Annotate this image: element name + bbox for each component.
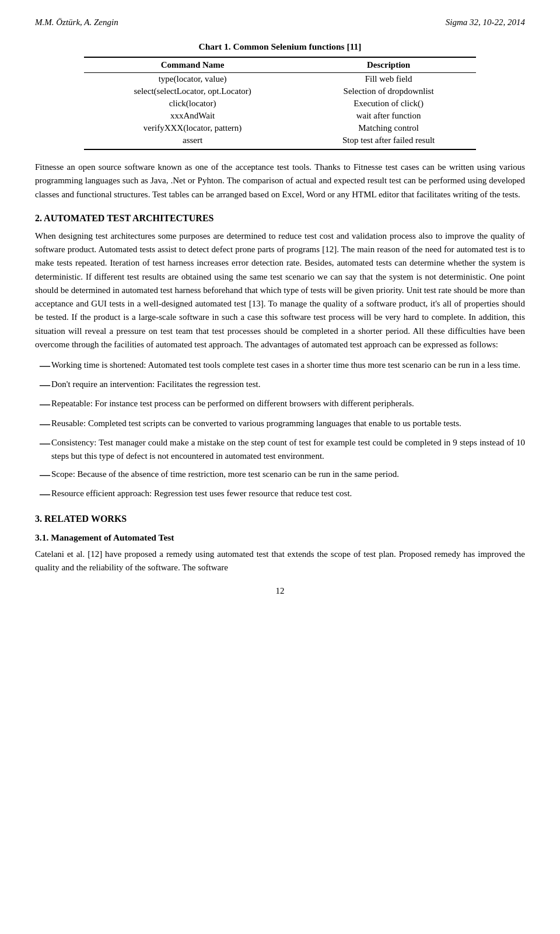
section-2-title: 2. AUTOMATED TEST ARCHITECTURES	[35, 213, 525, 224]
bullet-dash: —	[35, 436, 51, 451]
table-row-description: Matching control	[301, 122, 476, 134]
bullet-item: —Repeatable: For instance test process c…	[35, 397, 525, 412]
bullet-text: Repeatable: For instance test process ca…	[51, 397, 525, 410]
bullet-dash: —	[35, 468, 51, 482]
bullet-dash: —	[35, 378, 51, 392]
table-row-description: wait after function	[301, 110, 476, 122]
bullet-text: Don't require an intervention: Facilitat…	[51, 378, 525, 391]
table-row-command: assert	[84, 134, 301, 149]
subsection-31-title: 3.1. Management of Automated Test	[35, 532, 525, 543]
bullet-item: —Working time is shortened: Automated te…	[35, 358, 525, 373]
section-3-title: 3. RELATED WORKS	[35, 514, 525, 524]
bullet-dash: —	[35, 358, 51, 373]
bullet-item: —Resource efficient approach: Regression…	[35, 487, 525, 501]
bullet-text: Resource efficient approach: Regression …	[51, 487, 525, 500]
header-left: M.M. Öztürk, A. Zengin	[35, 18, 118, 27]
table-row-description: Selection of dropdownlist	[301, 85, 476, 97]
table-row-command: verifyXXX(locator, pattern)	[84, 122, 301, 134]
page: M.M. Öztürk, A. Zengin Sigma 32, 10-22, …	[0, 0, 560, 934]
bullet-item: —Reusable: Completed test scripts can be…	[35, 417, 525, 431]
table-row-command: type(locator, value)	[84, 73, 301, 86]
bullet-text: Reusable: Completed test scripts can be …	[51, 417, 525, 430]
bullet-dash: —	[35, 487, 51, 501]
table-row-description: Execution of click()	[301, 97, 476, 110]
col-header-command: Command Name	[84, 57, 301, 73]
bullet-dash: —	[35, 397, 51, 412]
selenium-functions-table: Command Name Description type(locator, v…	[84, 57, 476, 150]
paragraph-3: Catelani et al. [12] have proposed a rem…	[35, 548, 525, 575]
bullet-dash: —	[35, 417, 51, 431]
paragraph-1: Fitnesse an open source software known a…	[35, 161, 525, 201]
bullets-list: —Working time is shortened: Automated te…	[35, 358, 525, 502]
page-number: 12	[35, 586, 525, 596]
table-row-command: xxxAndWait	[84, 110, 301, 122]
header-right: Sigma 32, 10-22, 2014	[446, 18, 525, 27]
content: Fitnesse an open source software known a…	[35, 161, 525, 574]
table-row-command: select(selectLocator, opt.Locator)	[84, 85, 301, 97]
paragraph-2: When designing test architectures some p…	[35, 229, 525, 351]
table-row-command: click(locator)	[84, 97, 301, 110]
bullet-text: Consistency: Test manager could make a m…	[51, 436, 525, 463]
bullet-item: —Scope: Because of the absence of time r…	[35, 468, 525, 482]
bullet-item: —Consistency: Test manager could make a …	[35, 436, 525, 463]
bullet-text: Working time is shortened: Automated tes…	[51, 358, 525, 372]
table-row-description: Fill web field	[301, 73, 476, 86]
col-header-description: Description	[301, 57, 476, 73]
table-container: Command Name Description type(locator, v…	[84, 57, 476, 150]
table-row-description: Stop test after failed result	[301, 134, 476, 149]
bullet-text: Scope: Because of the absence of time re…	[51, 468, 525, 481]
bullet-item: —Don't require an intervention: Facilita…	[35, 378, 525, 392]
chart-title: Chart 1. Common Selenium functions [11]	[35, 41, 525, 52]
header: M.M. Öztürk, A. Zengin Sigma 32, 10-22, …	[35, 18, 525, 27]
